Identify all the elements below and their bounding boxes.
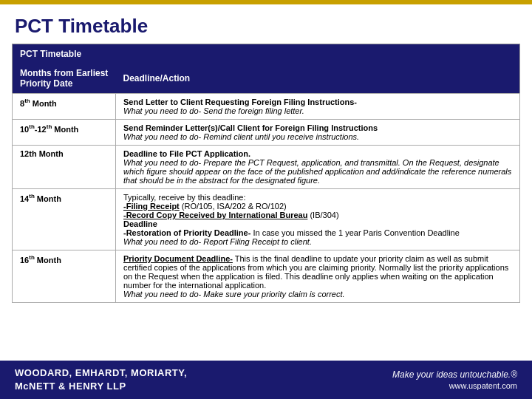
action-deadline-label: Deadline bbox=[123, 219, 157, 228]
month-cell-5: 16th Month bbox=[13, 250, 116, 303]
table-row: 10th-12th Month Send Reminder Letter(s)/… bbox=[13, 120, 520, 146]
action-line1: Typically, receive by this deadline: bbox=[123, 193, 246, 202]
action-title-2: Send Reminder Letter(s)/Call Client for … bbox=[123, 123, 378, 132]
action-italic-2: What you need to do- Remind client until… bbox=[123, 132, 359, 141]
month-cell-4: 14th Month bbox=[13, 189, 116, 250]
action-italic-3: What you need to do- Prepare the PCT Req… bbox=[123, 158, 511, 185]
action-cell-2: Send Reminder Letter(s)/Call Client for … bbox=[116, 120, 520, 146]
table-row: 8th Month Send Letter to Client Requesti… bbox=[13, 94, 520, 120]
action-filing-receipt-label: -Filing Receipt bbox=[123, 202, 180, 211]
firm-name-line1: WOODARD, EMHARDT, MORIARTY, bbox=[15, 366, 187, 380]
action-cell-3: Deadline to File PCT Application. What y… bbox=[116, 146, 520, 189]
table-title-row: PCT Timetable bbox=[13, 44, 520, 64]
footer-right: Make your ideas untouchable.® www.uspate… bbox=[392, 369, 517, 390]
action-italic-5: What you need to do- Make sure your prio… bbox=[123, 290, 345, 299]
header-month: Months from Earliest Priority Date bbox=[13, 64, 116, 94]
pct-timetable: PCT Timetable Months from Earliest Prior… bbox=[12, 44, 520, 303]
footer-firm-name: WOODARD, EMHARDT, MORIARTY, McNETT & HEN… bbox=[15, 366, 187, 393]
action-title-1: Send Letter to Client Requesting Foreign… bbox=[123, 98, 357, 106]
content-area: PCT Timetable Months from Earliest Prior… bbox=[0, 44, 532, 310]
action-priority-label: Priority Document Deadline- bbox=[123, 254, 233, 263]
header-action: Deadline/Action bbox=[116, 64, 520, 94]
action-record-copy-detail: (IB/304) bbox=[307, 211, 338, 219]
action-record-copy-label: -Record Copy Received by International B… bbox=[123, 211, 307, 219]
footer-tagline: Make your ideas untouchable.® bbox=[392, 369, 517, 380]
action-cell-5: Priority Document Deadline- This is the … bbox=[116, 250, 520, 303]
action-italic-1: What you need to do- Send the foreign fi… bbox=[123, 106, 304, 115]
action-cell-4: Typically, receive by this deadline: -Fi… bbox=[116, 189, 520, 250]
table-header: Months from Earliest Priority Date Deadl… bbox=[13, 64, 520, 94]
table-row: 16th Month Priority Document Deadline- T… bbox=[13, 250, 520, 303]
table-row: 14th Month Typically, receive by this de… bbox=[13, 189, 520, 250]
action-italic-4: What you need to do- Report Filing Recei… bbox=[123, 237, 312, 246]
action-title-3: Deadline to File PCT Application. bbox=[123, 149, 250, 158]
table-main-title: PCT Timetable bbox=[13, 44, 520, 64]
action-restoration-label: -Restoration of Priority Deadline- bbox=[123, 228, 250, 237]
month-cell-2: 10th-12th Month bbox=[13, 120, 116, 146]
footer: WOODARD, EMHARDT, MORIARTY, McNETT & HEN… bbox=[0, 361, 532, 399]
footer-website: www.uspatent.com bbox=[392, 381, 517, 390]
month-cell-3: 12th Month bbox=[13, 146, 116, 189]
month-cell-1: 8th Month bbox=[13, 94, 116, 120]
firm-name-line2: McNETT & HENRY LLP bbox=[15, 380, 187, 393]
action-restoration-detail: In case you missed the 1 year Paris Conv… bbox=[250, 228, 460, 237]
table-row: 12th Month Deadline to File PCT Applicat… bbox=[13, 146, 520, 189]
page-title: PCT Timetable bbox=[0, 4, 532, 44]
action-cell-1: Send Letter to Client Requesting Foreign… bbox=[116, 94, 520, 120]
action-filing-receipt-detail: (RO/105, ISA/202 & RO/102) bbox=[180, 202, 287, 211]
